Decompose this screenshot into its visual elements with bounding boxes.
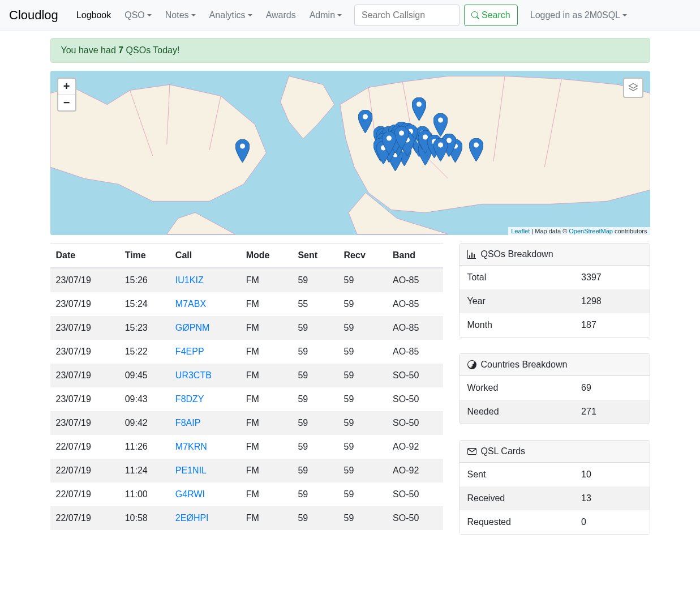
cell-call[interactable]: GØPNM [170, 316, 241, 340]
map-marker[interactable] [358, 110, 372, 133]
search-button[interactable]: Search [464, 5, 518, 26]
cell-recv: 59 [338, 364, 388, 387]
cell-call[interactable]: UR3CTB [170, 364, 241, 387]
stat-value: 69 [573, 376, 649, 400]
table-row[interactable]: 23/07/1915:24M7ABXFM5559AO-85 [50, 292, 443, 316]
cell-band: SO-50 [387, 364, 443, 387]
cell-band: AO-92 [387, 459, 443, 483]
table-row[interactable]: 23/07/1909:42F8AIPFM5959SO-50 [50, 411, 443, 435]
cell-call[interactable]: M7ABX [170, 292, 241, 316]
cell-recv: 59 [338, 411, 388, 435]
cell-call[interactable]: F8AIP [170, 411, 241, 435]
map-marker[interactable] [469, 138, 483, 161]
zoom-out-button[interactable]: − [58, 95, 75, 110]
attr-sep: | Map data © [530, 228, 569, 234]
globe-icon [467, 360, 476, 369]
map-marker[interactable] [433, 138, 448, 161]
content-row: Date Time Call Mode Sent Recv Band 23/07… [50, 243, 650, 550]
stat-row: Sent10 [459, 463, 650, 486]
search-button-label: Search [482, 10, 510, 20]
cell-call[interactable]: M7KRN [170, 435, 241, 459]
svg-point-2 [363, 114, 368, 119]
layers-button[interactable] [623, 78, 643, 98]
search-input[interactable] [354, 5, 459, 26]
cell-call[interactable]: G4RWI [170, 483, 241, 506]
nav-analytics[interactable]: Analytics [203, 6, 259, 25]
table-row[interactable]: 22/07/1910:582EØHPIFM5959SO-50 [50, 506, 443, 530]
countries-breakdown-card: Countries Breakdown Worked69Needed271 [459, 353, 650, 424]
stat-label: Requested [459, 510, 574, 534]
table-row[interactable]: 23/07/1909:43F8DZYFM5959SO-50 [50, 387, 443, 411]
cell-mode: FM [241, 292, 293, 316]
zoom-in-button[interactable]: + [58, 79, 75, 95]
stat-value: 187 [573, 313, 649, 337]
cell-call[interactable]: 2EØHPI [170, 506, 241, 530]
th-time: Time [119, 244, 170, 268]
table-row[interactable]: 22/07/1911:24PE1NILFM5959AO-92 [50, 459, 443, 483]
cell-recv: 59 [338, 387, 388, 411]
svg-point-1 [240, 144, 245, 149]
cell-time: 11:00 [119, 483, 170, 506]
envelope-icon [467, 447, 476, 456]
cell-date: 23/07/19 [50, 292, 119, 316]
stat-value: 13 [573, 486, 649, 510]
sidebar-cards: QSOs Breakdown Total3397Year1298Month187… [459, 243, 650, 550]
cell-sent: 59 [292, 364, 338, 387]
table-row[interactable]: 23/07/1915:22F4EPPFM5959AO-85 [50, 340, 443, 364]
map-marker[interactable] [382, 131, 396, 155]
th-mode: Mode [241, 244, 293, 268]
nav-logbook[interactable]: Logbook [70, 6, 118, 25]
cell-mode: FM [241, 459, 293, 483]
cell-call[interactable]: F8DZY [170, 387, 241, 411]
osm-link[interactable]: OpenStreetMap [569, 228, 613, 234]
cell-mode: FM [241, 268, 293, 292]
cell-call[interactable]: IU1KIZ [170, 268, 241, 292]
map[interactable]: + − Leaflet | Map data © OpenStreetMap c… [50, 71, 650, 235]
svg-point-35 [438, 142, 443, 147]
auth-menu[interactable]: Logged in as 2M0SQL [523, 6, 634, 25]
cell-band: AO-92 [387, 435, 443, 459]
cell-recv: 59 [338, 435, 388, 459]
th-date: Date [50, 244, 119, 268]
table-row[interactable]: 23/07/1915:26IU1KIZFM5959AO-85 [50, 268, 443, 292]
stat-row: Total3397 [459, 266, 650, 289]
cell-call[interactable]: F4EPP [170, 340, 241, 364]
caret-icon [191, 14, 196, 16]
leaflet-link[interactable]: Leaflet [511, 228, 530, 234]
map-marker[interactable] [433, 113, 448, 136]
table-row[interactable]: 23/07/1915:23GØPNMFM5959AO-85 [50, 316, 443, 340]
alert-prefix: You have had [61, 45, 119, 55]
card-title: QSL Cards [481, 446, 526, 456]
alert-suffix: QSOs Today! [123, 45, 179, 55]
cell-call[interactable]: PE1NIL [170, 459, 241, 483]
attr-suffix: contributors [613, 228, 647, 234]
stat-value: 0 [573, 510, 649, 534]
brand[interactable]: Cloudlog [9, 8, 58, 23]
nav-admin[interactable]: Admin [303, 6, 349, 25]
stat-row: Worked69 [459, 376, 650, 400]
stat-value: 271 [573, 400, 649, 424]
nav-notes-label: Notes [165, 10, 189, 20]
qso-table: Date Time Call Mode Sent Recv Band 23/07… [50, 243, 443, 530]
cell-recv: 59 [338, 459, 388, 483]
nav-qso[interactable]: QSO [118, 6, 158, 25]
cell-time: 15:22 [119, 340, 170, 364]
cell-recv: 59 [338, 340, 388, 364]
map-marker[interactable] [412, 97, 426, 121]
cell-sent: 59 [292, 340, 338, 364]
nav-notes[interactable]: Notes [158, 6, 203, 25]
stat-label: Month [459, 313, 574, 337]
map-marker[interactable] [235, 139, 250, 163]
nav-awards[interactable]: Awards [259, 6, 303, 25]
cell-date: 23/07/19 [50, 411, 119, 435]
table-row[interactable]: 22/07/1911:00G4RWIFM5959SO-50 [50, 483, 443, 506]
table-row[interactable]: 22/07/1911:26M7KRNFM5959AO-92 [50, 435, 443, 459]
stat-row: Received13 [459, 486, 650, 510]
table-row[interactable]: 23/07/1909:45UR3CTBFM5959SO-50 [50, 364, 443, 387]
cell-time: 15:26 [119, 268, 170, 292]
cell-time: 10:58 [119, 506, 170, 530]
svg-point-6 [438, 118, 443, 123]
qso-today-alert: You have had 7 QSOs Today! [50, 38, 650, 63]
cell-mode: FM [241, 411, 293, 435]
svg-point-3 [474, 142, 479, 147]
